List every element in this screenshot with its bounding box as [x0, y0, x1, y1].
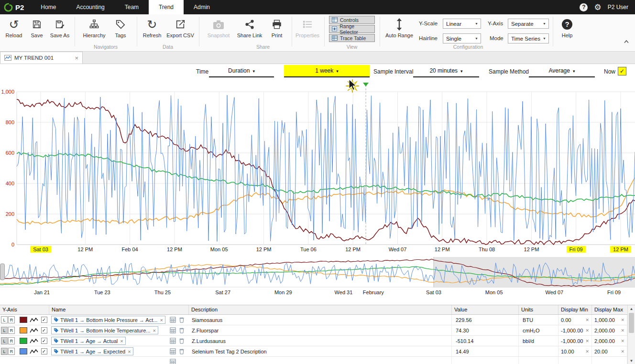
- calculation-icon[interactable]: [170, 348, 176, 355]
- calculation-icon[interactable]: [170, 317, 176, 323]
- delete-trace-icon[interactable]: [179, 338, 186, 344]
- tag-chip[interactable]: TWell 1 → Bottom Hole Pressure → Act...×: [51, 316, 165, 324]
- clear-max-icon[interactable]: ✕: [621, 318, 624, 322]
- delete-trace-icon[interactable]: [179, 348, 186, 355]
- print-button[interactable]: Print: [266, 16, 288, 45]
- save-button[interactable]: Save: [27, 16, 47, 45]
- axis-left-button[interactable]: L: [1, 348, 8, 355]
- tags-button[interactable]: Tags: [110, 16, 131, 45]
- axis-right-button[interactable]: R: [8, 316, 15, 323]
- scroll-down-button[interactable]: ▼: [628, 357, 635, 364]
- now-checkbox[interactable]: ✓: [618, 67, 626, 75]
- line-style-icon[interactable]: [30, 338, 38, 344]
- axis-right-button[interactable]: R: [8, 337, 15, 344]
- scroll-up-button[interactable]: ▲: [628, 305, 635, 312]
- display-min-cell[interactable]: -1,000.00✕: [558, 325, 592, 335]
- period-dropdown[interactable]: 1 week▾: [284, 65, 370, 77]
- tag-chip[interactable]: TWell 1 → Age → Expected×: [51, 347, 133, 355]
- trace-visibility-checkbox[interactable]: ✓: [41, 338, 47, 344]
- tag-chip[interactable]: TWell 1 → Age → Actual×: [51, 337, 126, 345]
- trace-color-swatch[interactable]: [20, 338, 27, 344]
- display-max-cell[interactable]: 2,000.00✕: [592, 325, 627, 335]
- sample-interval-dropdown[interactable]: 20 minutes▾: [413, 65, 479, 77]
- toggle-trace-table[interactable]: Trace Table: [329, 34, 375, 42]
- tag-chip[interactable]: TWell 1 → Bottom Hole Temperature...×: [51, 326, 158, 334]
- menu-item-home[interactable]: Home: [31, 0, 66, 14]
- delete-trace-icon[interactable]: [179, 327, 186, 334]
- hierarchy-button[interactable]: Hierarchy: [80, 16, 108, 45]
- menu-item-team[interactable]: Team: [115, 0, 149, 14]
- close-tab-icon[interactable]: ×: [75, 54, 78, 62]
- menu-item-admin[interactable]: Admin: [184, 0, 220, 14]
- help-icon[interactable]: ?: [580, 3, 588, 11]
- display-max-cell[interactable]: 2,000.00✕: [592, 336, 627, 346]
- range-selector-chart[interactable]: [0, 257, 635, 289]
- export-csv-button[interactable]: Export CSV: [165, 16, 195, 45]
- display-min-cell[interactable]: 10.00✕: [558, 346, 592, 356]
- auto-range-button[interactable]: Auto Range: [385, 16, 413, 45]
- line-style-icon[interactable]: [30, 349, 38, 354]
- y-axis-select[interactable]: Separate ▼: [508, 19, 549, 29]
- trace-visibility-checkbox[interactable]: ✓: [41, 348, 47, 354]
- toggle-controls[interactable]: Controls: [329, 16, 375, 24]
- range-handle-left[interactable]: [0, 264, 5, 280]
- toggle-range-selector[interactable]: Range Selector: [329, 25, 375, 33]
- group-separator: [199, 17, 199, 46]
- delete-trace-icon[interactable]: [179, 317, 186, 323]
- chip-remove-icon[interactable]: ×: [128, 349, 131, 354]
- display-max-cell[interactable]: 1,000.00✕: [592, 315, 627, 325]
- trace-table-header: Y-Axis Name Description Value Units Disp…: [0, 305, 635, 315]
- chip-remove-icon[interactable]: ×: [153, 328, 156, 333]
- clear-min-icon[interactable]: ✕: [585, 339, 589, 343]
- menu-item-accounting[interactable]: Accounting: [66, 0, 114, 14]
- axis-right-button[interactable]: R: [8, 327, 15, 334]
- trace-value: 229.56: [452, 315, 519, 325]
- clear-max-icon[interactable]: ✕: [621, 339, 624, 343]
- hairline-select[interactable]: Single ▼: [443, 33, 481, 43]
- axis-left-button[interactable]: L: [1, 337, 8, 344]
- calculation-icon[interactable]: [170, 359, 176, 364]
- chip-remove-icon[interactable]: ×: [160, 317, 163, 323]
- axis-left-button[interactable]: L: [1, 316, 8, 323]
- trace-color-swatch[interactable]: [20, 317, 27, 323]
- collapse-ribbon-button[interactable]: [622, 37, 631, 46]
- clear-min-icon[interactable]: ✕: [585, 318, 589, 322]
- share-link-button[interactable]: Share Link: [235, 16, 264, 45]
- x-tick-label: 12 PM: [521, 246, 542, 253]
- clear-max-icon[interactable]: ✕: [621, 349, 624, 354]
- duration-dropdown[interactable]: Duration▾: [209, 65, 274, 77]
- reload-button[interactable]: ↺ Reload: [3, 16, 25, 45]
- display-max-cell[interactable]: 20.00✕: [592, 346, 627, 356]
- save-as-button[interactable]: Save As: [48, 16, 72, 45]
- calculation-icon[interactable]: [170, 338, 176, 344]
- calculation-icon[interactable]: [170, 327, 176, 334]
- chip-remove-icon[interactable]: ×: [120, 338, 123, 344]
- trace-color-swatch[interactable]: [20, 348, 27, 354]
- trace-visibility-checkbox[interactable]: ✓: [41, 317, 47, 323]
- axis-left-button[interactable]: L: [1, 327, 8, 334]
- main-chart[interactable]: [0, 81, 635, 248]
- display-min-cell[interactable]: -1,000.00✕: [558, 336, 592, 346]
- chevron-down-icon: ▼: [475, 37, 478, 40]
- trend-tab[interactable]: MY TREND 001 ×: [0, 52, 83, 64]
- clear-min-icon[interactable]: ✕: [585, 328, 589, 333]
- sample-method-dropdown[interactable]: Average▾: [529, 65, 595, 77]
- help-button[interactable]: ? Help: [557, 16, 578, 45]
- mode-select[interactable]: Time Series ▼: [508, 33, 549, 43]
- hairline-marker[interactable]: [363, 83, 369, 86]
- axis-right-button[interactable]: R: [8, 348, 15, 355]
- trace-visibility-checkbox[interactable]: ✓: [41, 327, 47, 333]
- trace-color-swatch[interactable]: [20, 327, 27, 333]
- header-description: Description: [189, 305, 452, 314]
- display-min-cell[interactable]: 0.00✕: [558, 315, 592, 325]
- line-style-icon[interactable]: [30, 317, 38, 323]
- clear-min-icon[interactable]: ✕: [585, 349, 589, 354]
- scrollbar-thumb[interactable]: [629, 313, 634, 333]
- gear-icon[interactable]: ⚙: [594, 3, 601, 11]
- refresh-button[interactable]: ↻ Refresh: [141, 16, 164, 45]
- y-scale-select[interactable]: Linear ▼: [443, 19, 481, 29]
- line-style-icon[interactable]: [30, 328, 38, 333]
- table-scrollbar[interactable]: ▲ ▼: [627, 305, 635, 364]
- menu-item-trend[interactable]: Trend: [149, 0, 184, 14]
- clear-max-icon[interactable]: ✕: [621, 328, 624, 333]
